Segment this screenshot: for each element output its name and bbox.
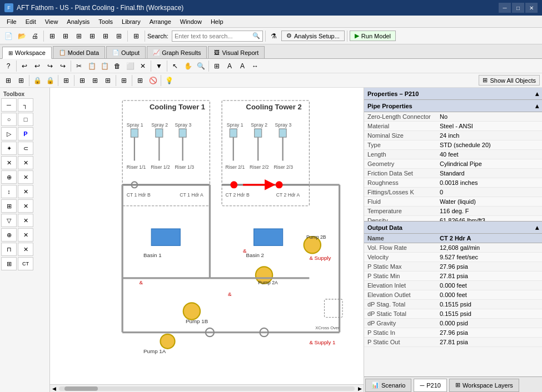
- open-button[interactable]: 📂: [16, 30, 28, 42]
- tb-btn-5[interactable]: ⊞: [100, 30, 112, 42]
- tool-elbow[interactable]: ┐: [18, 98, 33, 112]
- scroll-right-btn[interactable]: ▶: [356, 385, 364, 393]
- deselect-btn[interactable]: ✕: [137, 60, 149, 72]
- scrollbar-thumb[interactable]: [64, 386, 98, 391]
- select-all-btn[interactable]: ⬜: [124, 60, 136, 72]
- tool-x8[interactable]: ✕: [18, 243, 33, 256]
- tab-workspace[interactable]: ⊞ Workspace: [2, 47, 52, 59]
- tool-x4[interactable]: ✕: [18, 185, 33, 198]
- tb-btn-1[interactable]: ⊞: [46, 30, 58, 42]
- t3-btn7[interactable]: ⊞: [118, 74, 130, 87]
- help-btn[interactable]: ?: [2, 60, 14, 72]
- tool-x7[interactable]: ✕: [18, 228, 33, 242]
- tool-cooling-tower[interactable]: CT: [18, 257, 33, 270]
- pan-tool-btn[interactable]: ✋: [182, 60, 194, 72]
- output-data-scroll[interactable]: Name CT 2 Hdr A Vol. Flow Rate12,608 gal…: [364, 234, 542, 376]
- horizontal-scrollbar[interactable]: ◀ ▶: [50, 384, 364, 392]
- menu-help[interactable]: Help: [206, 17, 228, 26]
- delete-btn[interactable]: 🗑: [111, 60, 123, 72]
- t3-btn2[interactable]: ⊞: [15, 74, 27, 87]
- tool-x3[interactable]: ✕: [18, 170, 33, 184]
- tb-btn-4[interactable]: ⊞: [86, 30, 98, 42]
- maximize-button[interactable]: □: [512, 3, 524, 13]
- output-collapse-btn[interactable]: ▴: [535, 224, 539, 232]
- tool-x5[interactable]: ✕: [18, 199, 33, 213]
- t3-btn4[interactable]: ⊞: [76, 74, 88, 87]
- close-button[interactable]: ✕: [525, 3, 538, 13]
- tb-btn-3[interactable]: ⊞: [73, 30, 85, 42]
- pipe-properties-collapse[interactable]: ▴: [535, 102, 539, 110]
- menu-library[interactable]: Library: [117, 17, 145, 26]
- scrollbar-track[interactable]: [59, 386, 355, 391]
- tool-star[interactable]: ✦: [1, 142, 17, 155]
- tool-x6[interactable]: ✕: [18, 214, 33, 227]
- undo-btn[interactable]: ↩: [18, 60, 31, 72]
- flow-dir-btn[interactable]: ↔: [249, 60, 261, 72]
- copy-btn[interactable]: 📋: [86, 60, 98, 72]
- menu-edit[interactable]: Edit: [21, 17, 41, 26]
- paste-btn[interactable]: 📋: [98, 60, 111, 72]
- p210-tab[interactable]: ─ P210: [414, 379, 447, 392]
- pipe-properties-scroll[interactable]: Zero-Length ConnectorNoMaterialSteel - A…: [364, 112, 542, 221]
- tool-grid3[interactable]: ⊞: [1, 257, 17, 270]
- tool-triangle[interactable]: ▽: [1, 214, 17, 227]
- minimize-button[interactable]: ─: [499, 3, 511, 13]
- cut-btn[interactable]: ✂: [73, 60, 85, 72]
- properties-collapse-btn[interactable]: ▴: [535, 90, 539, 98]
- search-box[interactable]: 🔍: [172, 31, 263, 42]
- workspace-layers-tab[interactable]: ⊞ Workspace Layers: [449, 379, 519, 392]
- text-btn[interactable]: A: [223, 60, 236, 72]
- scenario-tab[interactable]: 📊 Scenario: [365, 379, 411, 392]
- show-all-objects-button[interactable]: ⊞ Show All Objects: [479, 75, 540, 86]
- tab-output[interactable]: 📄 Output: [106, 46, 146, 58]
- tool-grid2[interactable]: ⊞: [1, 199, 17, 213]
- menu-arrange[interactable]: Arrange: [145, 17, 176, 26]
- text2-btn[interactable]: A: [236, 60, 248, 72]
- tb-btn-7[interactable]: ⊞: [130, 30, 142, 42]
- flask-icon-btn[interactable]: ⚗: [268, 30, 280, 42]
- tool-plus[interactable]: ⊕: [1, 228, 17, 242]
- menu-analysis[interactable]: Analysis: [62, 17, 94, 26]
- tool-filter[interactable]: ⊂: [18, 142, 33, 155]
- t3-lock2[interactable]: 🔒: [44, 74, 56, 87]
- undo2-btn[interactable]: ↩: [31, 60, 43, 72]
- tool-pump[interactable]: P: [18, 127, 33, 140]
- analysis-setup-button[interactable]: ⚙ Analysis Setup...: [281, 31, 345, 41]
- dropdown-btn[interactable]: ▼: [153, 60, 165, 72]
- tool-reservoir[interactable]: □: [18, 113, 33, 126]
- scroll-left-btn[interactable]: ◀: [50, 385, 58, 393]
- tool-valve[interactable]: ▷: [1, 127, 17, 140]
- new-button[interactable]: 📄: [2, 30, 14, 42]
- tool-channel[interactable]: ⊓: [1, 243, 17, 256]
- tool-arrow[interactable]: ↕: [1, 185, 17, 198]
- tool-x1[interactable]: ✕: [1, 156, 17, 169]
- tool-cross[interactable]: ⊕: [1, 170, 17, 184]
- t3-btn8[interactable]: ⊞: [134, 74, 146, 87]
- t3-bulb[interactable]: 💡: [163, 74, 175, 87]
- select-tool-btn[interactable]: ↖: [169, 60, 181, 72]
- workspace-canvas[interactable]: Cooling Tower 1 Spray 1 Spray 2 Spray 3 …: [50, 88, 364, 392]
- menu-tools[interactable]: Tools: [94, 17, 117, 26]
- run-model-button[interactable]: ▶ Run Model: [350, 31, 396, 41]
- diagram-area[interactable]: Cooling Tower 1 Spray 1 Spray 2 Spray 3 …: [50, 88, 364, 384]
- menu-file[interactable]: File: [2, 17, 21, 26]
- tb-btn-2[interactable]: ⊞: [59, 30, 72, 42]
- tab-graph-results[interactable]: 📈 Graph Results: [147, 46, 207, 58]
- zoom-tool-btn[interactable]: 🔍: [195, 60, 207, 72]
- print-button[interactable]: 🖨: [29, 30, 41, 42]
- tool-x2[interactable]: ✕: [18, 156, 33, 169]
- t3-btn3[interactable]: ⊞: [60, 74, 72, 87]
- t3-btn6[interactable]: ⊞: [102, 74, 114, 87]
- tab-model-data[interactable]: 📋 Model Data: [53, 46, 105, 58]
- tb-btn-6[interactable]: ⊞: [113, 30, 125, 42]
- t3-btn5[interactable]: ⊞: [89, 74, 101, 87]
- redo-btn[interactable]: ↪: [44, 60, 56, 72]
- t3-no-entry[interactable]: 🚫: [147, 74, 159, 87]
- menu-window[interactable]: Window: [176, 17, 206, 26]
- t3-lock1[interactable]: 🔒: [31, 74, 43, 87]
- menu-view[interactable]: View: [41, 17, 63, 26]
- redo2-btn[interactable]: ↪: [57, 60, 69, 72]
- tool-pipe[interactable]: ─: [1, 98, 17, 112]
- search-input[interactable]: [175, 33, 252, 39]
- grid-btn[interactable]: ⊞: [211, 60, 223, 72]
